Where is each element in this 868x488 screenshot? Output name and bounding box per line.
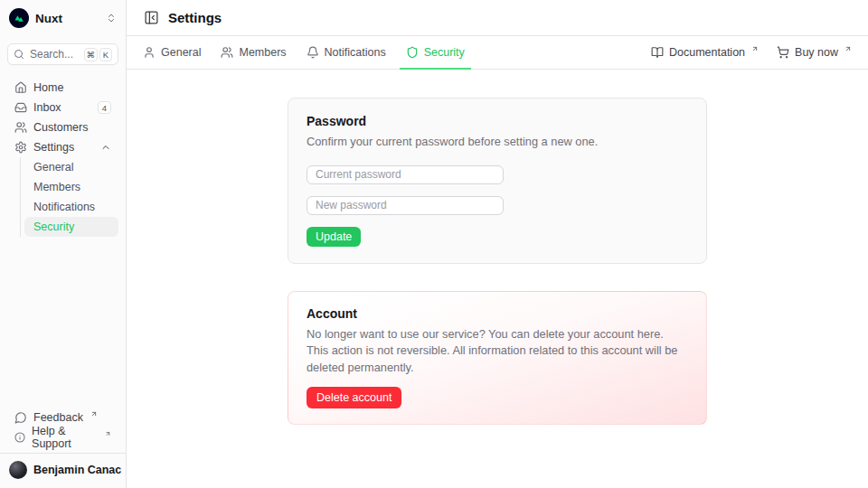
delete-account-button[interactable]: Delete account <box>307 387 401 408</box>
sidebar-subitem-label: General <box>33 161 73 174</box>
sidebar-item-notifications[interactable]: Notifications <box>24 197 118 217</box>
password-card-title: Password <box>307 114 688 128</box>
help-support-link[interactable]: Help & Support <box>7 427 118 447</box>
password-card: Password Confirm your current password b… <box>288 98 707 264</box>
tab-label: Members <box>239 46 286 59</box>
inbox-icon <box>14 101 27 114</box>
tab-label: Notifications <box>325 46 386 59</box>
user-icon <box>143 46 156 59</box>
sidebar-item-label: Customers <box>33 121 88 134</box>
search-kbd-group: ⌘ K <box>84 48 113 61</box>
sidebar-item-general[interactable]: General <box>24 157 118 177</box>
user-name: Benjamin Canac <box>33 464 121 476</box>
settings-subnav: General Members Notifications Security <box>20 157 118 237</box>
external-link-icon <box>105 430 111 437</box>
sidebar-nav: Home Inbox 4 Customers Settings General <box>0 70 126 237</box>
sidebar-item-security[interactable]: Security <box>24 217 118 237</box>
sidebar-item-members[interactable]: Members <box>24 177 118 197</box>
shopping-cart-icon <box>777 46 789 59</box>
app-window: Nuxt Search... ⌘ K Home Inbox 4 Cu <box>0 0 868 488</box>
sidebar-subitem-label: Members <box>33 181 80 193</box>
sidebar-item-label: Settings <box>33 141 74 154</box>
sidebar-subitem-label: Notifications <box>33 201 95 213</box>
sidebar-footer: Feedback Help & Support Benjamin Canac <box>0 400 126 488</box>
chevron-up-icon <box>100 142 111 153</box>
tab-notifications[interactable]: Notifications <box>307 36 386 69</box>
user-menu[interactable]: Benjamin Canac <box>7 454 118 481</box>
account-card-title: Account <box>307 306 688 321</box>
search-placeholder: Search... <box>30 48 73 61</box>
shield-icon <box>406 46 419 59</box>
top-link-label: Documentation <box>669 46 745 59</box>
kbd-meta: ⌘ <box>84 48 99 61</box>
top-link-label: Buy now <box>795 46 838 59</box>
page-header: Settings <box>127 0 868 36</box>
tab-label: General <box>161 46 201 59</box>
sidebar-item-settings[interactable]: Settings <box>7 137 118 157</box>
update-password-button[interactable]: Update <box>307 227 361 247</box>
current-password-field[interactable] <box>307 165 504 184</box>
external-link-icon <box>751 45 759 52</box>
search-input[interactable]: Search... ⌘ K <box>7 43 118 65</box>
users-icon <box>221 46 233 59</box>
chevrons-up-down-icon <box>106 13 117 23</box>
documentation-link[interactable]: Documentation <box>651 46 759 59</box>
home-icon <box>14 81 27 94</box>
footer-link-label: Help & Support <box>32 425 98 450</box>
external-link-icon <box>90 410 98 418</box>
message-circle-icon <box>14 411 27 424</box>
settings-security-content: Password Confirm your current password b… <box>127 70 868 488</box>
page-title: Settings <box>168 10 222 25</box>
footer-link-label: Feedback <box>33 411 83 424</box>
header-links: Documentation Buy now <box>651 46 852 59</box>
tabs: General Members Notifications Security <box>143 36 465 69</box>
sidebar-item-label: Home <box>33 81 63 94</box>
tab-general[interactable]: General <box>143 36 201 69</box>
external-link-icon <box>844 45 852 52</box>
inbox-count-badge: 4 <box>98 101 111 114</box>
main-panel: Settings General Members Notifications <box>127 0 868 488</box>
sidebar-collapse-button[interactable] <box>143 10 159 26</box>
info-icon <box>14 431 25 444</box>
panel-left-close-icon <box>144 10 159 25</box>
settings-tabbar: General Members Notifications Security <box>127 36 868 70</box>
users-icon <box>14 121 27 134</box>
account-danger-card: Account No longer want to use our servic… <box>288 291 707 426</box>
tab-security[interactable]: Security <box>406 36 465 69</box>
sidebar-item-home[interactable]: Home <box>7 78 118 98</box>
new-password-field[interactable] <box>307 196 504 215</box>
password-card-description: Confirm your current password before set… <box>307 134 688 151</box>
sidebar-subitem-label: Security <box>33 221 74 233</box>
book-open-icon <box>651 46 664 59</box>
tab-members[interactable]: Members <box>221 36 286 69</box>
kbd-k: K <box>99 48 112 61</box>
sidebar-item-label: Inbox <box>33 101 61 114</box>
user-avatar <box>9 461 27 479</box>
gear-icon <box>14 141 27 154</box>
sidebar-item-customers[interactable]: Customers <box>7 117 118 137</box>
sidebar-item-inbox[interactable]: Inbox 4 <box>7 98 118 117</box>
account-card-description: No longer want to use our service? You c… <box>307 326 688 377</box>
search-icon <box>14 49 24 60</box>
sidebar: Nuxt Search... ⌘ K Home Inbox 4 Cu <box>0 0 127 488</box>
bell-icon <box>307 46 319 59</box>
tab-label: Security <box>424 46 465 59</box>
nuxt-logo-icon <box>9 8 29 28</box>
team-switcher[interactable]: Nuxt <box>0 0 126 36</box>
buy-now-link[interactable]: Buy now <box>777 46 852 59</box>
team-name: Nuxt <box>35 12 62 25</box>
